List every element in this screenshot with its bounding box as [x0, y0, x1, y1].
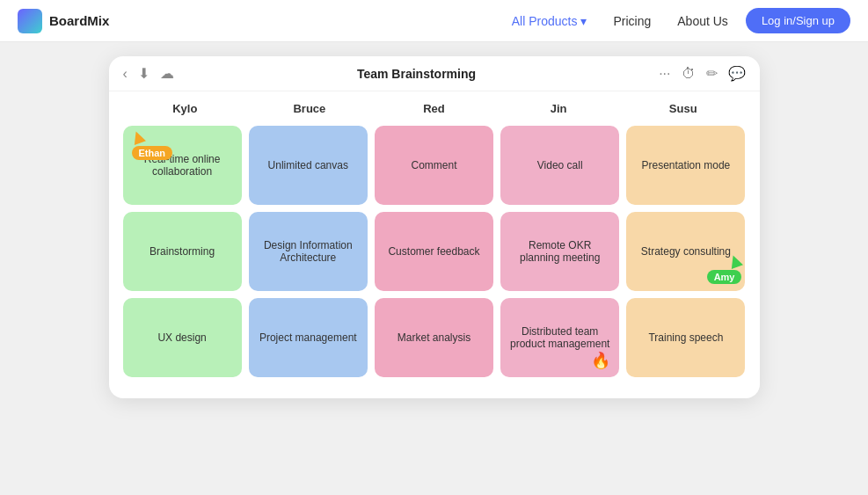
- col-susu: Susu: [621, 98, 746, 122]
- card-customer-feedback[interactable]: Customer feedback: [375, 212, 493, 291]
- cursor-arrow-green-icon: [728, 253, 744, 269]
- card-unlimited-canvas[interactable]: Unlimited canvas: [249, 126, 368, 205]
- nav-pricing[interactable]: Pricing: [613, 14, 651, 28]
- col-bruce: Bruce: [247, 98, 372, 122]
- navbar: BoardMix All Products ▾ Pricing About Us…: [0, 0, 868, 42]
- card-presentation-mode[interactable]: Presentation mode: [626, 126, 745, 205]
- chat-icon[interactable]: 💬: [728, 65, 746, 82]
- col-jin: Jin: [496, 98, 621, 122]
- ethan-badge: Ethan: [132, 146, 173, 160]
- cards-row-2: Brainstorming Design Information Archite…: [109, 208, 760, 295]
- canvas-title: Team Brainstorming: [174, 67, 659, 81]
- card-brainstorming[interactable]: Brainstorming: [123, 212, 242, 291]
- download-icon[interactable]: ⬇: [138, 65, 150, 82]
- amy-badge: Amy: [707, 270, 742, 284]
- fire-icon: 🔥: [591, 351, 610, 370]
- cursor-arrow-icon: [130, 129, 146, 145]
- ethan-cursor: Ethan: [132, 131, 173, 160]
- card-training-speech[interactable]: Training speech: [626, 298, 745, 377]
- cards-row-1: Ethan Real-time online collaboration Unl…: [109, 122, 760, 208]
- col-red: Red: [372, 98, 497, 122]
- toolbar-left: ‹ ⬇ ☁: [123, 65, 174, 82]
- card-comment[interactable]: Comment: [375, 126, 493, 205]
- nav-about[interactable]: About Us: [677, 14, 728, 28]
- login-signup-button[interactable]: Log in/Sign up: [746, 8, 850, 33]
- logo-icon: [18, 9, 42, 33]
- card-realtime[interactable]: Ethan Real-time online collaboration: [123, 126, 242, 205]
- nav-all-products[interactable]: All Products ▾: [512, 14, 587, 28]
- nav-links: All Products ▾ Pricing About Us: [512, 14, 728, 28]
- amy-cursor: Amy: [707, 255, 742, 284]
- card-video-call[interactable]: Video call: [500, 126, 619, 205]
- pen-icon[interactable]: ✏: [706, 65, 718, 82]
- canvas-window: ‹ ⬇ ☁ Team Brainstorming ··· ⏱ ✏ 💬 Kylo …: [109, 56, 760, 398]
- back-icon[interactable]: ‹: [123, 66, 128, 82]
- card-okr[interactable]: Remote OKR planning meeting: [500, 212, 619, 291]
- card-ux-design[interactable]: UX design: [123, 298, 242, 377]
- card-strategy[interactable]: Amy Strategy consulting: [626, 212, 745, 291]
- col-kylo: Kylo: [123, 98, 248, 122]
- canvas-toolbar: ‹ ⬇ ☁ Team Brainstorming ··· ⏱ ✏ 💬: [109, 56, 760, 91]
- card-project-mgmt[interactable]: Project management: [249, 298, 368, 377]
- cards-row-3: UX design Project management Market anal…: [109, 295, 760, 381]
- card-market-analysis[interactable]: Market analysis: [375, 298, 493, 377]
- card-design-ia[interactable]: Design Information Architecture: [249, 212, 368, 291]
- main-content: ‹ ⬇ ☁ Team Brainstorming ··· ⏱ ✏ 💬 Kylo …: [0, 42, 868, 412]
- toolbar-right: ··· ⏱ ✏ 💬: [659, 65, 745, 82]
- cloud-icon[interactable]: ☁: [160, 65, 174, 82]
- timer-icon[interactable]: ⏱: [682, 66, 696, 82]
- card-distributed-team[interactable]: Distributed team product management 🔥: [500, 298, 619, 377]
- columns-header: Kylo Bruce Red Jin Susu: [109, 91, 760, 122]
- logo[interactable]: BoardMix: [18, 9, 109, 33]
- more-icon[interactable]: ···: [659, 66, 670, 82]
- logo-text: BoardMix: [49, 13, 109, 28]
- chevron-down-icon: ▾: [580, 14, 587, 28]
